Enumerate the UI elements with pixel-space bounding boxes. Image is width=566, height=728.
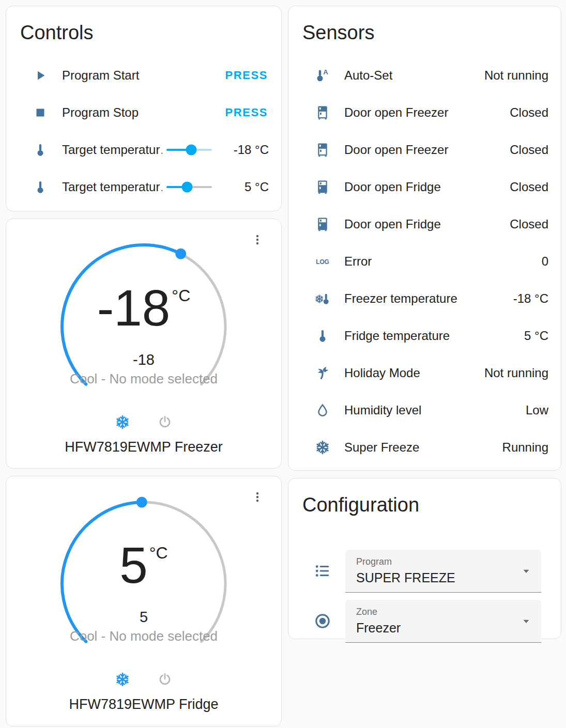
thermostat-card-fridge: 5°C 5 Cool - No mode selected HFW7819EWM… <box>6 476 282 726</box>
sensor-row-super-freeze[interactable]: Super Freeze Running <box>288 429 561 466</box>
program-start-press-button[interactable]: PRESS <box>224 66 269 85</box>
sensor-row-holiday-mode[interactable]: Holiday Mode Not running <box>288 354 561 392</box>
dial-knob[interactable] <box>175 249 186 259</box>
power-icon[interactable] <box>155 670 175 689</box>
control-row-program-stop: Program Stop PRESS <box>6 94 281 131</box>
thermostat-name: HFW7819EWMP Freezer <box>6 439 281 455</box>
sensor-label: Humidity level <box>344 403 526 417</box>
svg-text:A: A <box>323 68 328 76</box>
fridge-bottom-icon <box>313 179 332 195</box>
thermostat-card-freezer: -18°C -18 Cool - No mode selected HFW781… <box>6 219 282 469</box>
control-label: Program Stop <box>62 105 224 120</box>
target-temp-unit: °C <box>172 287 190 304</box>
program-select[interactable]: Program SUPER FREEZE <box>345 550 541 593</box>
slider-knob[interactable] <box>186 144 197 155</box>
thermometer-icon <box>31 142 50 158</box>
sensor-label: Door open Fridge <box>344 217 510 231</box>
sensor-row-fridge-temperature[interactable]: Fridge temperature 5 °C <box>288 317 561 354</box>
program-stop-press-button[interactable]: PRESS <box>224 103 269 122</box>
controls-card: Controls Program Start PRESS Program Sto… <box>6 6 282 211</box>
target-temp-freezer-slider[interactable] <box>166 144 212 156</box>
sensor-row-humidity-level[interactable]: Humidity level Low <box>288 392 561 429</box>
control-row-target-temp-freezer: Target temperatur… -18 °C <box>6 131 281 168</box>
sensor-label: Door open Freezer <box>344 105 510 120</box>
format-list-bulleted-icon <box>313 562 332 580</box>
water-outline-icon <box>313 402 332 418</box>
slider-knob[interactable] <box>182 181 193 192</box>
target-temperature-display: -18°C <box>56 282 232 335</box>
power-icon[interactable] <box>155 412 175 432</box>
log-icon: LOG <box>313 254 332 269</box>
control-value: -18 °C <box>219 143 269 157</box>
right-column: Sensors A Auto-Set Not running <box>288 6 561 639</box>
sensor-value: Running <box>502 440 548 455</box>
sensor-row-error[interactable]: LOG Error 0 <box>288 243 561 280</box>
dial-knob[interactable] <box>136 497 147 508</box>
sensor-value: -18 °C <box>513 291 548 306</box>
hvac-modes <box>6 412 281 432</box>
sensor-label: Holiday Mode <box>344 366 484 380</box>
stop-icon <box>31 105 50 120</box>
sensor-row-door-fridge-1[interactable]: Door open Fridge Closed <box>288 168 561 206</box>
target-temp-fridge-slider[interactable] <box>166 181 212 193</box>
slider-track[interactable] <box>166 149 212 151</box>
dots-vertical-icon[interactable] <box>248 229 267 250</box>
current-temperature: 5 <box>56 609 232 626</box>
configuration-card: Configuration Program SUPER FREEZE <box>288 478 561 639</box>
dots-vertical-icon[interactable] <box>248 487 267 507</box>
sensor-label: Fridge temperature <box>344 329 524 343</box>
snowflake-thermometer-icon <box>313 291 332 306</box>
sensor-value: Low <box>526 403 548 417</box>
thermostat-dial[interactable]: -18°C -18 Cool - No mode selected <box>56 239 232 414</box>
sensor-row-door-fridge-2[interactable]: Door open Fridge Closed <box>288 206 561 243</box>
sensor-value: Closed <box>510 105 548 120</box>
controls-title: Controls <box>6 6 281 57</box>
hvac-modes <box>6 670 281 689</box>
snowflake-icon[interactable] <box>113 412 132 432</box>
select-label: Program <box>356 556 531 567</box>
config-row-program: Program SUPER FREEZE <box>288 550 561 593</box>
config-row-zone: Zone Freezer <box>288 600 561 643</box>
sensor-row-freezer-temperature[interactable]: Freezer temperature -18 °C <box>288 280 561 317</box>
fridge-top-icon <box>313 105 332 120</box>
sensor-row-door-freezer-2[interactable]: Door open Freezer Closed <box>288 131 561 168</box>
current-temperature: -18 <box>56 351 232 368</box>
target-temp-value: 5 <box>119 539 148 592</box>
sensor-label: Door open Freezer <box>344 143 510 157</box>
sensor-value: Closed <box>510 217 548 231</box>
snowflake-icon[interactable] <box>113 670 132 689</box>
configuration-title: Configuration <box>288 478 561 529</box>
dashboard: Controls Program Start PRESS Program Sto… <box>0 0 566 728</box>
sensor-row-auto-set[interactable]: A Auto-Set Not running <box>288 57 561 94</box>
select-value: SUPER FREEZE <box>356 570 531 585</box>
slider-track[interactable] <box>166 186 212 188</box>
radiobox-marked-icon <box>313 612 332 630</box>
thermometer-icon <box>313 328 332 344</box>
palm-tree-icon <box>313 365 332 381</box>
sensor-label: Door open Fridge <box>344 180 510 194</box>
snowflake-icon <box>313 439 332 456</box>
chevron-down-icon <box>519 614 533 628</box>
zone-select[interactable]: Zone Freezer <box>345 600 541 643</box>
target-temperature-display: 5°C <box>56 539 232 592</box>
select-value: Freezer <box>356 621 531 636</box>
sensor-label: Super Freeze <box>344 440 502 455</box>
sensors-title: Sensors <box>288 6 561 57</box>
control-label: Program Start <box>62 68 224 83</box>
control-row-program-start: Program Start PRESS <box>6 57 281 94</box>
hvac-status: Cool - No mode selected <box>56 371 232 387</box>
sensor-label: Freezer temperature <box>344 291 513 306</box>
play-icon <box>31 68 50 83</box>
sensor-value: Not running <box>484 366 548 380</box>
sensor-row-door-freezer-1[interactable]: Door open Freezer Closed <box>288 94 561 131</box>
sensor-value: 0 <box>542 254 548 269</box>
target-temp-value: -18 <box>97 282 171 335</box>
thermostat-dial[interactable]: 5°C 5 Cool - No mode selected <box>56 496 232 672</box>
sensor-value: Closed <box>510 143 548 157</box>
sensor-value: Closed <box>510 180 548 194</box>
fridge-bottom-icon <box>313 216 332 232</box>
thermometer-auto-icon: A <box>313 68 332 83</box>
sensor-value: Not running <box>484 68 548 83</box>
control-label: Target temperatur… <box>62 180 162 194</box>
select-label: Zone <box>356 607 531 617</box>
